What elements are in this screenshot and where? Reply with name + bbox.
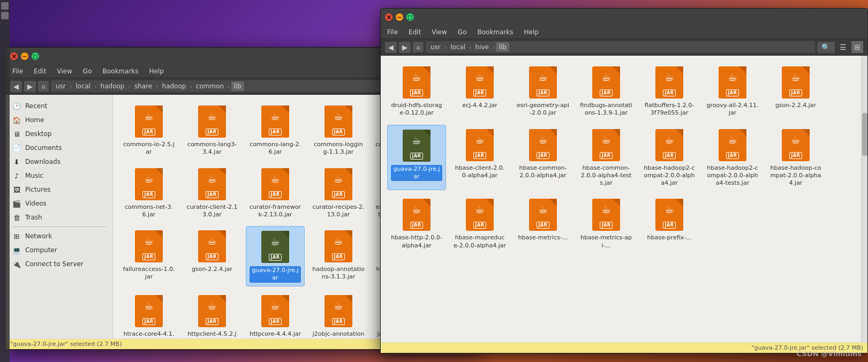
scrollbar-right[interactable]: [861, 56, 867, 342]
file-item[interactable]: ☕JAResri-geometry-api-2.0.0.jar: [514, 62, 572, 120]
breadcrumb-lib-right[interactable]: lib: [496, 42, 509, 52]
sidebar-left: 🕐 Recent 🏠 Home 🖥 Desktop 📄 Documents ⬇ …: [6, 95, 113, 338]
menu-help-left[interactable]: Help: [147, 66, 166, 77]
maximize-button-left[interactable]: □: [32, 52, 39, 60]
breadcrumb-common[interactable]: common: [193, 81, 227, 91]
file-item[interactable]: ☕JARhbase-common-2.0.0-alpha4-tests.jar: [577, 125, 636, 191]
menu-bookmarks-right[interactable]: Bookmarks: [475, 27, 515, 37]
sidebar-item-pictures[interactable]: 🖼 Pictures: [6, 183, 112, 197]
menu-edit-right[interactable]: Edit: [406, 27, 423, 37]
recent-icon: 🕐: [12, 102, 21, 110]
sidebar-label-videos: Videos: [25, 200, 47, 207]
menu-go-right[interactable]: Go: [456, 27, 469, 37]
close-button-right[interactable]: ✕: [385, 13, 393, 21]
menu-file-right[interactable]: File: [385, 27, 400, 37]
breadcrumb-share[interactable]: share: [132, 81, 155, 91]
file-item[interactable]: ☕JARguava-27.0-jre.jar: [387, 125, 446, 191]
file-item[interactable]: ☕JARcommons-io-2.5.jar: [119, 101, 178, 160]
forward-button-left[interactable]: ▶: [24, 81, 36, 92]
file-item[interactable]: ☕JARgson-2.2.4.jar: [183, 226, 241, 286]
file-item[interactable]: ☕JARcommons-lang-2.6.jar: [246, 101, 305, 160]
file-item[interactable]: ☕JARgroovy-all-2.4.11.jar: [703, 62, 762, 120]
breadcrumb-usr-right[interactable]: usr: [428, 42, 443, 52]
menu-help-right[interactable]: Help: [522, 27, 541, 37]
breadcrumb-local[interactable]: local: [73, 81, 93, 91]
search-button-right[interactable]: 🔍: [817, 42, 835, 53]
file-grid-right: ☕JARdruid-hdfs-storage-0.12.0.jar☕JARecj…: [387, 62, 855, 253]
menu-edit-left[interactable]: Edit: [32, 66, 48, 77]
file-item[interactable]: ☕JARhtrace-core4-4.1.0-incubating.jar: [119, 291, 178, 338]
file-item[interactable]: ☕JARguava-27.0-jre.jar: [246, 226, 305, 286]
file-item[interactable]: ☕JARhadoop-annotations-3.1.3.jar: [309, 226, 368, 286]
sidebar-item-connect-server[interactable]: 🔌 Connect to Server: [6, 257, 112, 271]
breadcrumb-hadoop1[interactable]: hadoop: [98, 81, 127, 91]
file-item[interactable]: ☕JARhbase-common-2.0.0-alpha4.jar: [514, 125, 572, 191]
file-item[interactable]: ☕JARfindbugs-annotations-1.3.9-1.jar: [577, 62, 636, 120]
minimize-button-right[interactable]: −: [396, 13, 403, 21]
sidebar-item-downloads[interactable]: ⬇ Downloads: [6, 155, 112, 169]
sidebar-item-home[interactable]: 🏠 Home: [6, 113, 112, 127]
file-item[interactable]: ☕JARhbase-hadoop2-compat-2.0.0-alpha4.ja…: [640, 125, 699, 191]
file-item[interactable]: ☕JARhttpclient-4.5.2.jar: [183, 291, 241, 338]
file-item[interactable]: ☕JARhbase-metrics-api-...: [577, 194, 636, 253]
file-item[interactable]: ☕JARcommons-net-3.6.jar: [119, 164, 178, 222]
sidebar-divider: [12, 227, 106, 227]
sidebar-item-computer[interactable]: 💻 Computer: [6, 243, 112, 257]
sidebar-label-desktop: Desktop: [25, 130, 52, 138]
forward-button-right[interactable]: ▶: [399, 42, 411, 53]
pictures-icon: 🖼: [12, 185, 21, 194]
file-item[interactable]: ☕JARhbase-metrics-...: [514, 194, 572, 253]
sidebar-item-videos[interactable]: 🎬 Videos: [6, 197, 112, 210]
file-item[interactable]: ☕JARj2objc-annotations-1.1.jar: [309, 291, 368, 338]
file-item[interactable]: ☕JARflatbuffers-1.2.0-3f79e055.jar: [640, 62, 699, 120]
breadcrumb-hadoop2[interactable]: hadoop: [160, 81, 189, 91]
file-item[interactable]: ☕JARcommons-logging-1.1.3.jar: [309, 101, 368, 160]
sidebar-item-network[interactable]: ⊞ Network: [6, 229, 112, 243]
sidebar-item-desktop[interactable]: 🖥 Desktop: [6, 127, 112, 141]
close-button-left[interactable]: ✕: [10, 52, 18, 60]
file-item[interactable]: ☕JARhbase-hadoop-compat-2.0.0-alpha4.jar: [766, 125, 825, 191]
music-icon: ♪: [12, 171, 21, 180]
file-item[interactable]: ☕JARhbase-http-2.0.0-alpha4.jar: [387, 194, 446, 253]
sidebar-label-pictures: Pictures: [25, 186, 51, 193]
scrollbar-thumb-right[interactable]: [862, 113, 867, 156]
grid-view-right[interactable]: ⊞: [851, 41, 863, 53]
maximize-button-right[interactable]: □: [406, 13, 414, 21]
computer-icon: 💻: [12, 246, 21, 254]
window-body-right: ☕JARdruid-hdfs-storage-0.12.0.jar☕JARecj…: [381, 56, 867, 342]
sidebar-label-network: Network: [25, 232, 52, 240]
location-icon: ⌂: [38, 81, 49, 92]
file-item[interactable]: ☕JARhbase-prefix-...: [640, 194, 699, 253]
file-item[interactable]: ☕JARcurator-framework-2.13.0.jar: [246, 164, 305, 222]
breadcrumb-hive-right[interactable]: hive: [473, 42, 492, 52]
file-item[interactable]: ☕JARcurator-client-2.13.0.jar: [183, 164, 241, 222]
breadcrumb-lib-left[interactable]: lib: [231, 81, 244, 91]
sidebar-label-trash: Trash: [25, 214, 42, 221]
list-view-right[interactable]: ☰: [837, 41, 849, 53]
menu-view-left[interactable]: View: [55, 66, 74, 77]
file-item[interactable]: ☕JARcurator-recipes-2.13.0.jar: [309, 164, 368, 222]
minimize-button-left[interactable]: −: [21, 52, 28, 60]
file-item[interactable]: ☕JARhbase-hadoop2-compat-2.0.0-alpha4-te…: [703, 125, 762, 191]
file-item[interactable]: ☕JARgson-2.2.4.jar: [766, 62, 825, 120]
breadcrumb-local-right[interactable]: local: [448, 42, 468, 52]
back-button-right[interactable]: ◀: [385, 42, 397, 53]
sidebar-item-documents[interactable]: 📄 Documents: [6, 141, 112, 155]
menu-file-left[interactable]: File: [10, 66, 25, 77]
sidebar-item-trash[interactable]: 🗑 Trash: [6, 210, 112, 224]
sidebar-item-recent[interactable]: 🕐 Recent: [6, 99, 112, 113]
menu-go-left[interactable]: Go: [81, 66, 94, 77]
menu-view-right[interactable]: View: [429, 27, 449, 37]
sidebar-label-music: Music: [25, 172, 43, 179]
sidebar-item-music[interactable]: ♪ Music: [6, 169, 112, 183]
breadcrumb-usr[interactable]: usr: [53, 81, 69, 91]
file-item[interactable]: ☕JARhttpcore-4.4.4.jar: [246, 291, 305, 338]
file-item[interactable]: ☕JARhbase-mapreduce-2.0.0-alpha4.jar: [450, 194, 509, 253]
file-item[interactable]: ☕JARhbase-client-2.0.0-alpha4.jar: [450, 125, 509, 191]
file-item[interactable]: ☕JARdruid-hdfs-storage-0.12.0.jar: [387, 62, 446, 120]
file-item[interactable]: ☕JARecj-4.4.2.jar: [450, 62, 509, 120]
file-item[interactable]: ☕JARfailureaccess-1.0.jar: [119, 226, 178, 286]
menu-bookmarks-left[interactable]: Bookmarks: [100, 66, 140, 77]
file-item[interactable]: ☕JARcommons-lang3-3.4.jar: [183, 101, 241, 160]
back-button-left[interactable]: ◀: [10, 81, 22, 92]
